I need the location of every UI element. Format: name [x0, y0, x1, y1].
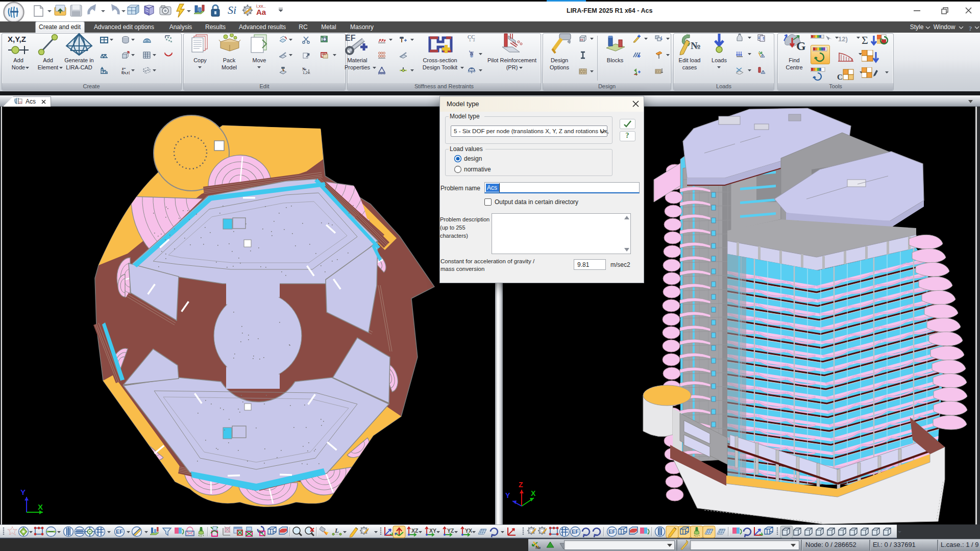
svg-text:X: X [531, 489, 536, 497]
svg-text:Si: Si [228, 4, 236, 16]
svg-text:EF: EF [345, 34, 356, 42]
svg-text:Σ: Σ [862, 34, 868, 46]
svg-text:Y: Y [20, 488, 26, 496]
svg-text:L: L [334, 527, 339, 534]
svg-text:f(x,y): f(x,y) [121, 70, 130, 74]
svg-text:EF: EF [608, 529, 616, 535]
svg-text:XY: XY [429, 528, 436, 534]
svg-text:?: ? [969, 24, 972, 32]
svg-text:YZ: YZ [447, 528, 454, 534]
svg-text:X: X [38, 503, 43, 511]
svg-text:X,Y,Z: X,Y,Z [8, 35, 26, 43]
svg-text:G: G [796, 39, 806, 53]
svg-text:№: № [691, 40, 701, 51]
svg-text:№: № [535, 545, 541, 550]
svg-text:EF: EF [572, 529, 579, 535]
svg-text:12): 12) [838, 35, 848, 43]
svg-text:Aa: Aa [256, 8, 266, 16]
svg-text:XZ: XZ [411, 528, 419, 534]
svg-text:Z: Z [519, 481, 523, 489]
svg-text:C: C [837, 73, 843, 81]
svg-text:Y: Y [505, 491, 510, 499]
svg-text:25: 25 [19, 101, 22, 104]
svg-text:YX: YX [465, 528, 472, 534]
svg-text:EF: EF [116, 529, 123, 535]
